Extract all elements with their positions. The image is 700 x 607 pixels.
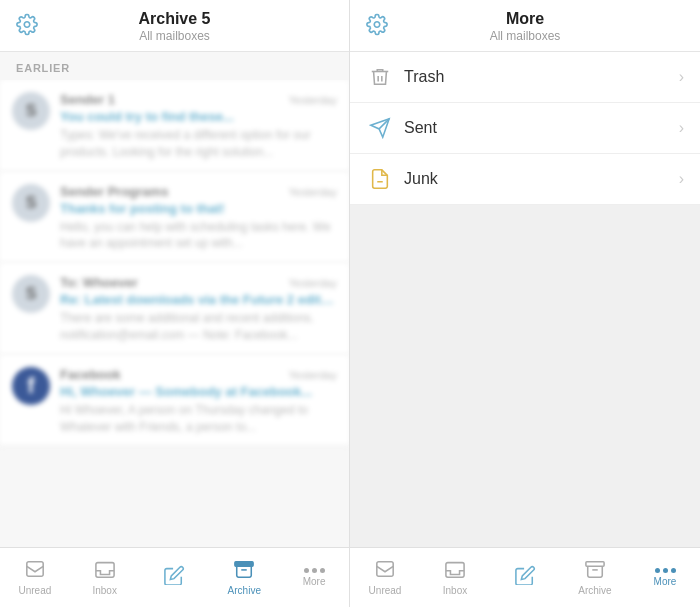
- email-content: To: Whoever Yesterday Re: Latest downloa…: [60, 275, 337, 344]
- email-preview: Hello, you can help with scheduling task…: [60, 219, 337, 253]
- tab-more-right-label: More: [654, 576, 677, 587]
- email-preview: Hi Whoever, A person on Thursday changed…: [60, 402, 337, 436]
- sent-icon: [366, 117, 394, 139]
- tab-more-right[interactable]: More: [630, 548, 700, 607]
- junk-icon: [366, 168, 394, 190]
- avatar: S: [12, 275, 50, 313]
- email-subject: You could try to find these...: [60, 109, 337, 124]
- menu-item-junk[interactable]: Junk ›: [350, 154, 700, 205]
- archive-tab-icon-right: [584, 559, 606, 582]
- email-sender: Facebook: [60, 367, 121, 382]
- email-subject: Thanks for posting to that!: [60, 201, 337, 216]
- email-date: Yesterday: [288, 369, 337, 381]
- email-sender: Sender 1: [60, 92, 115, 107]
- menu-item-trash[interactable]: Trash ›: [350, 52, 700, 103]
- left-pane: Archive 5 All mailboxes EARLIER S Sender…: [0, 0, 350, 547]
- edit-tab-icon-right: [514, 565, 536, 588]
- svg-rect-5: [27, 562, 43, 577]
- svg-rect-7: [235, 562, 253, 567]
- unread-tab-icon: [24, 559, 46, 582]
- email-list: S Sender 1 Yesterday You could try to fi…: [0, 80, 349, 547]
- right-header: More All mailboxes: [350, 0, 700, 52]
- tab-more-left[interactable]: More: [279, 548, 349, 607]
- trash-icon: [366, 66, 394, 88]
- left-header: Archive 5 All mailboxes: [0, 0, 349, 52]
- email-date: Yesterday: [288, 94, 337, 106]
- menu-item-sent[interactable]: Sent ›: [350, 103, 700, 154]
- email-top: Sender Programs Yesterday: [60, 184, 337, 199]
- svg-rect-11: [586, 562, 604, 567]
- email-subject: Hi, Whoever — Somebody at Facebook...: [60, 384, 337, 399]
- tab-inbox[interactable]: Inbox: [70, 548, 140, 607]
- tab-inbox-right-label: Inbox: [443, 585, 467, 596]
- menu-label-trash: Trash: [404, 68, 679, 86]
- svg-point-0: [24, 21, 30, 27]
- tab-inbox-label: Inbox: [92, 585, 116, 596]
- tab-archive-right-label: Archive: [578, 585, 611, 596]
- avatar-facebook: f: [12, 367, 50, 405]
- tab-edit-right[interactable]: [490, 548, 560, 607]
- menu-label-sent: Sent: [404, 119, 679, 137]
- tab-archive-right[interactable]: Archive: [560, 548, 630, 607]
- inbox-tab-icon: [94, 559, 116, 582]
- tab-unread[interactable]: Unread: [0, 548, 70, 607]
- email-date: Yesterday: [288, 186, 337, 198]
- tab-unread-right-label: Unread: [369, 585, 402, 596]
- tab-more-left-label: More: [303, 576, 326, 587]
- email-top: Sender 1 Yesterday: [60, 92, 337, 107]
- email-content: Facebook Yesterday Hi, Whoever — Somebod…: [60, 367, 337, 436]
- tab-bar: Unread Inbox: [0, 547, 700, 607]
- right-pane-subtitle: All mailboxes: [490, 29, 561, 43]
- tab-archive-label: Archive: [228, 585, 261, 596]
- email-item[interactable]: S To: Whoever Yesterday Re: Latest downl…: [0, 263, 349, 355]
- left-tab-group: Unread Inbox: [0, 548, 350, 607]
- right-pane: More All mailboxes Trash ›: [350, 0, 700, 547]
- tab-archive[interactable]: Archive: [209, 548, 279, 607]
- left-pane-title: Archive 5: [138, 10, 210, 28]
- section-label: EARLIER: [0, 52, 349, 80]
- email-subject: Re: Latest downloads via the Future 2 ed…: [60, 292, 337, 307]
- email-content: Sender Programs Yesterday Thanks for pos…: [60, 184, 337, 253]
- chevron-right-icon: ›: [679, 68, 684, 86]
- avatar: S: [12, 92, 50, 130]
- svg-point-1: [374, 21, 380, 27]
- tab-edit[interactable]: [140, 548, 210, 607]
- more-tab-icon: [304, 568, 325, 573]
- main-container: Archive 5 All mailboxes EARLIER S Sender…: [0, 0, 700, 547]
- edit-tab-icon: [163, 565, 185, 588]
- menu-label-junk: Junk: [404, 170, 679, 188]
- menu-list: Trash › Sent ›: [350, 52, 700, 205]
- avatar: S: [12, 184, 50, 222]
- left-pane-subtitle: All mailboxes: [138, 29, 210, 43]
- right-tab-group: Unread Inbox: [350, 548, 700, 607]
- email-preview: There are some additional and recent add…: [60, 310, 337, 344]
- inbox-tab-icon-right: [444, 559, 466, 582]
- email-item[interactable]: S Sender Programs Yesterday Thanks for p…: [0, 172, 349, 264]
- email-content: Sender 1 Yesterday You could try to find…: [60, 92, 337, 161]
- email-top: To: Whoever Yesterday: [60, 275, 337, 290]
- tab-unread-right[interactable]: Unread: [350, 548, 420, 607]
- tab-inbox-right[interactable]: Inbox: [420, 548, 490, 607]
- email-preview: Types: We've received a different option…: [60, 127, 337, 161]
- menu-empty-area: [350, 205, 700, 547]
- email-top: Facebook Yesterday: [60, 367, 337, 382]
- chevron-right-icon: ›: [679, 170, 684, 188]
- right-gear-icon[interactable]: [366, 13, 388, 40]
- more-tab-icon-right: [655, 568, 676, 573]
- email-sender: Sender Programs: [60, 184, 168, 199]
- email-date: Yesterday: [288, 277, 337, 289]
- left-gear-icon[interactable]: [16, 13, 38, 40]
- chevron-right-icon: ›: [679, 119, 684, 137]
- tab-unread-label: Unread: [18, 585, 51, 596]
- right-pane-title: More: [490, 10, 561, 28]
- archive-tab-icon: [233, 559, 255, 582]
- email-sender: To: Whoever: [60, 275, 138, 290]
- email-item[interactable]: S Sender 1 Yesterday You could try to fi…: [0, 80, 349, 172]
- svg-rect-9: [377, 562, 393, 577]
- unread-tab-icon-right: [374, 559, 396, 582]
- email-item[interactable]: f Facebook Yesterday Hi, Whoever — Someb…: [0, 355, 349, 447]
